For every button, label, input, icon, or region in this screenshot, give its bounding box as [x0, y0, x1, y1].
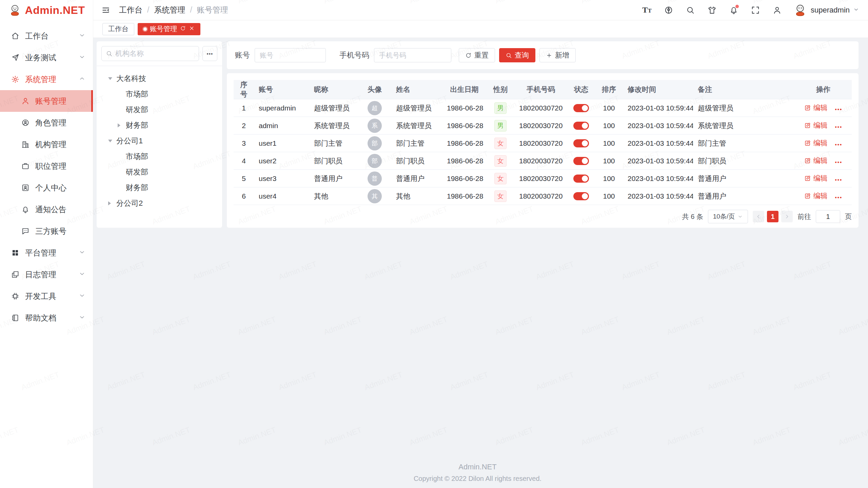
tree-node[interactable]: 市场部	[97, 149, 222, 164]
status-toggle[interactable]	[573, 192, 589, 200]
user-menu[interactable]: superadmin	[793, 3, 859, 17]
search-button[interactable]: 查询	[499, 48, 535, 62]
column-header: 备注	[693, 80, 795, 99]
chevron-left-icon	[756, 214, 761, 219]
breadcrumb-item[interactable]: 工作台	[119, 5, 142, 15]
row-more-button[interactable]: •••	[835, 142, 843, 147]
account-filter-input[interactable]	[255, 48, 326, 62]
sidebar-item[interactable]: 开发工具	[0, 285, 93, 307]
column-header: 手机号码	[514, 80, 567, 99]
sidebar-item[interactable]: 职位管理	[0, 155, 93, 177]
tab-workbench[interactable]: 工作台	[102, 23, 134, 35]
search-icon[interactable]	[685, 4, 696, 16]
tree-more-button[interactable]: •••	[202, 46, 217, 61]
theme-skin-icon[interactable]	[706, 4, 718, 16]
sidebar-item[interactable]: 个人中心	[0, 177, 93, 199]
tree-node[interactable]: 市场部	[97, 86, 222, 102]
tree-node[interactable]: 研发部	[97, 102, 222, 118]
refresh-icon[interactable]	[180, 25, 186, 33]
column-header: 操作	[795, 80, 852, 99]
column-header: 账号	[254, 80, 309, 99]
column-header: 修改时间	[623, 80, 693, 99]
close-icon[interactable]	[189, 25, 195, 33]
edit-icon	[804, 157, 811, 164]
fullscreen-icon[interactable]	[750, 4, 761, 16]
gender-badge: 女	[494, 138, 507, 149]
tree-node[interactable]: 分公司2	[97, 196, 222, 211]
gender-badge: 女	[494, 190, 507, 202]
sidebar-item[interactable]: 平台管理	[0, 242, 93, 264]
sidebar-item[interactable]: 三方账号	[0, 220, 93, 242]
column-header: 头像	[358, 80, 391, 99]
tree-node[interactable]: 财务部	[97, 118, 222, 133]
status-toggle[interactable]	[573, 139, 589, 147]
tree-node[interactable]: 财务部	[97, 180, 222, 196]
avatar: 部	[368, 154, 382, 168]
username: superadmin	[811, 6, 850, 15]
edit-button[interactable]: 编辑	[804, 191, 828, 201]
add-button[interactable]: 新增	[539, 48, 576, 62]
tree-node[interactable]: 大名科技	[97, 71, 222, 86]
chat-icon	[21, 227, 30, 236]
chevron-down-icon	[737, 214, 743, 219]
filter-bar: 账号 手机号码 重置 查询	[227, 41, 859, 69]
reset-button[interactable]: 重置	[459, 48, 495, 62]
org-search-box	[101, 46, 199, 61]
total-count: 共 6 条	[682, 212, 703, 221]
row-modified: 2023-01-03 10:59:44	[628, 104, 693, 112]
table-row: 6 user4 其他 其 其他 1986-06-28 女 18020030720…	[234, 187, 852, 205]
tab-account-management[interactable]: 账号管理	[138, 23, 200, 35]
user-icon[interactable]	[771, 4, 783, 16]
account-filter-label: 账号	[235, 50, 250, 60]
edit-button[interactable]: 编辑	[804, 121, 828, 130]
column-header: 姓名	[391, 80, 442, 99]
page-number-button[interactable]: 1	[767, 211, 778, 222]
edit-button[interactable]: 编辑	[804, 156, 828, 165]
org-search-input[interactable]	[115, 49, 195, 58]
chevron-down-icon	[79, 248, 85, 258]
page-size-select[interactable]: 10条/页	[708, 210, 748, 223]
notification-bell-icon[interactable]	[728, 4, 739, 16]
language-icon[interactable]	[663, 4, 674, 16]
sidebar-item[interactable]: 工作台	[0, 25, 93, 47]
edit-button[interactable]: 编辑	[804, 103, 828, 113]
status-toggle[interactable]	[573, 175, 589, 183]
row-more-button[interactable]: •••	[835, 177, 843, 183]
row-index: 1	[242, 104, 246, 112]
row-name: 部门职员	[396, 157, 425, 165]
tree-node[interactable]: 研发部	[97, 164, 222, 180]
phone-filter-input[interactable]	[374, 48, 451, 62]
font-size-icon[interactable]: TT	[641, 4, 653, 16]
row-sort: 100	[603, 175, 615, 182]
edit-button[interactable]: 编辑	[804, 174, 828, 183]
sidebar-item[interactable]: 机构管理	[0, 134, 93, 155]
row-more-button[interactable]: •••	[835, 106, 843, 112]
row-account: user4	[259, 192, 277, 200]
tree-node[interactable]: 分公司1	[97, 133, 222, 149]
breadcrumb-item[interactable]: 系统管理	[154, 5, 185, 15]
caret-collapsed-icon	[108, 201, 116, 205]
prev-page-button[interactable]	[753, 211, 764, 222]
row-more-button[interactable]: •••	[835, 159, 843, 165]
sidebar-item[interactable]: 帮助文档	[0, 307, 93, 329]
goto-page-input[interactable]	[816, 210, 840, 223]
sidebar-item[interactable]: 日志管理	[0, 264, 93, 285]
edit-button[interactable]: 编辑	[804, 138, 828, 148]
status-toggle[interactable]	[573, 122, 589, 130]
column-header: 性别	[487, 80, 514, 99]
status-toggle[interactable]	[573, 157, 589, 165]
next-page-button[interactable]	[781, 211, 793, 222]
sidebar-item[interactable]: 角色管理	[0, 112, 93, 134]
sidebar-item[interactable]: 业务测试	[0, 47, 93, 68]
goto-label: 前往	[797, 212, 811, 221]
row-nickname: 系统管理员	[314, 122, 350, 129]
sidebar-item[interactable]: 通知公告	[0, 199, 93, 220]
sidebar-item[interactable]: 账号管理	[0, 90, 93, 112]
sidebar-item[interactable]: 系统管理	[0, 68, 93, 90]
collapse-sidebar-icon[interactable]	[100, 4, 112, 16]
status-toggle[interactable]	[573, 104, 589, 112]
logo[interactable]: Admin.NET	[0, 0, 93, 20]
row-more-button[interactable]: •••	[835, 124, 843, 130]
row-more-button[interactable]: •••	[835, 195, 843, 200]
row-name: 其他	[396, 192, 410, 200]
